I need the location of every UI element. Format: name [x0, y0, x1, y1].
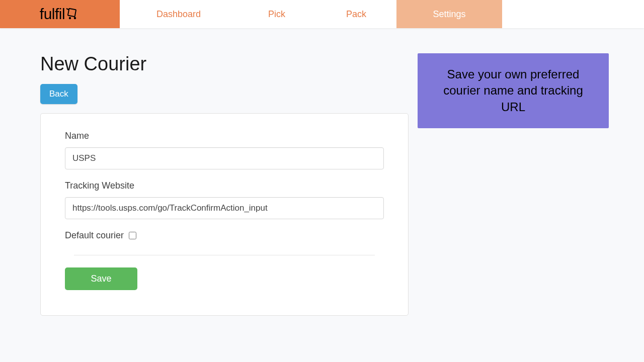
info-banner: Save your own preferred courier name and…	[418, 53, 609, 128]
tracking-label: Tracking Website	[65, 180, 384, 191]
tracking-group: Tracking Website	[65, 180, 384, 219]
name-group: Name	[65, 131, 384, 169]
default-courier-checkbox[interactable]	[129, 232, 136, 239]
svg-line-3	[66, 9, 68, 10]
back-button[interactable]: Back	[40, 84, 77, 104]
default-courier-row: Default courier	[65, 230, 384, 241]
navbar: fulfil Dashboard Pick Pack Settings	[0, 0, 644, 28]
nav-dashboard[interactable]: Dashboard	[120, 0, 237, 28]
name-label: Name	[65, 131, 384, 141]
svg-point-2	[74, 17, 76, 19]
brand-name: fulfil	[40, 6, 65, 23]
default-courier-label: Default courier	[65, 230, 124, 241]
brand-logo: fulfil	[40, 6, 80, 23]
page-title: New Courier	[40, 53, 409, 75]
nav-pack[interactable]: Pack	[316, 0, 396, 28]
tracking-input[interactable]	[65, 197, 384, 219]
form-divider	[74, 255, 375, 255]
form-card: Name Tracking Website Default courier Sa…	[40, 113, 409, 316]
svg-rect-0	[68, 9, 76, 17]
left-column: New Courier Back Name Tracking Website D…	[40, 53, 409, 316]
right-column: Save your own preferred courier name and…	[418, 53, 609, 316]
svg-point-1	[69, 17, 71, 19]
main-container: New Courier Back Name Tracking Website D…	[0, 28, 644, 316]
name-input[interactable]	[65, 147, 384, 169]
save-button[interactable]: Save	[65, 267, 137, 290]
nav-pick[interactable]: Pick	[237, 0, 316, 28]
cart-icon	[66, 7, 80, 24]
nav-settings[interactable]: Settings	[396, 0, 502, 28]
logo-box: fulfil	[0, 0, 120, 28]
